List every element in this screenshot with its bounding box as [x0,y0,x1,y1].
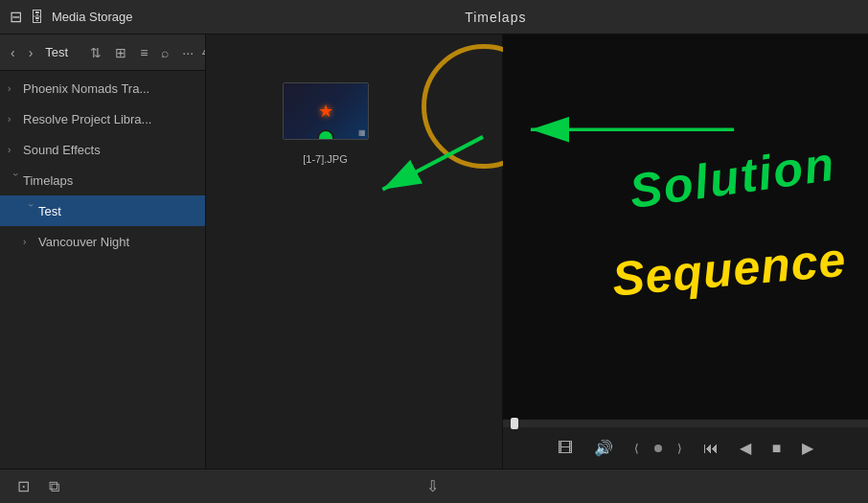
media-badge [317,129,334,140]
grid-button[interactable]: ⊞ [110,41,131,64]
forward-button[interactable]: › [24,41,38,64]
sidebar-item-label: Timelaps [23,173,197,188]
chevron-icon: › [23,237,38,247]
media-area: ▦ [1-7].JPG [206,34,503,469]
svg-text:Solution: Solution [627,137,839,219]
storage-icon: 🗄 [30,9,44,25]
sidebar-item-label: Vancouver Night [38,235,197,249]
back-button[interactable]: ‹ [6,41,20,64]
copy-button[interactable]: ⧉ [43,475,65,498]
chevron-icon: › [8,83,23,94]
media-thumbnail: ▦ [283,82,369,140]
svg-line-1 [382,137,483,190]
storage-label: Media Storage [52,10,133,24]
film-strip-button[interactable]: 🎞 [552,436,579,461]
sidebar-item-label: Test [38,204,197,218]
sidebar-item-sound-effects[interactable]: › Sound Effects [0,134,205,165]
content-area: ▦ [1-7].JPG [206,34,868,469]
sidebar-item-label: Sound Effects [23,143,197,157]
chevron-icon: › [26,203,36,218]
sidebar-item-resolve[interactable]: › Resolve Project Libra... [0,103,205,134]
more-button[interactable]: ··· [177,41,198,64]
annotation-layer: Solution Sequence [503,34,868,419]
media-thumb-corner-icon: ▦ [358,128,366,137]
bottom-left: ⊡ ⧉ [11,474,65,498]
bottom-bar: ⊡ ⧉ ⇩ [0,469,868,503]
skip-to-start-button[interactable]: ⏮ [697,436,724,461]
sidebar-item-test[interactable]: › Test [0,195,205,226]
sidebar-item-label: Resolve Project Libra... [23,112,197,126]
menu-icon[interactable]: ⊟ [10,8,22,26]
media-filename: [1-7].JPG [303,153,347,165]
tab-name: Test [41,45,72,59]
top-bar: ⊟ 🗄 Media Storage Timelaps [0,0,868,34]
progress-bar[interactable] [503,420,868,427]
list-button[interactable]: ≡ [135,41,152,64]
chevron-icon: › [8,145,23,155]
sort-button[interactable]: ⇅ [85,41,106,64]
sidebar-toolbar: ‹ › Test ⇅ ⊞ ≡ ⌕ ··· 49% ▾ [0,34,205,71]
main-layout: ‹ › Test ⇅ ⊞ ≡ ⌕ ··· 49% ▾ › Phoenix Nom… [0,34,868,469]
bottom-center: ⇩ [421,474,445,498]
stop-button[interactable]: ■ [766,436,788,461]
search-button[interactable]: ⌕ [156,41,173,64]
svg-text:Sequence: Sequence [610,233,849,307]
preview-canvas: Solution Sequence [503,34,868,419]
preview-area: Solution Sequence 🎞 🔊 ⟨ ⟩ ⏮ ◀ [503,34,868,469]
sidebar-item-vancouver[interactable]: › Vancouver Night [0,226,205,257]
layout-button[interactable]: ⊡ [11,474,35,498]
playhead-dot [654,445,662,452]
sidebar-tree: › Phoenix Nomads Tra... › Resolve Projec… [0,71,205,469]
sidebar-item-timelaps[interactable]: › Timelaps [0,165,205,195]
media-item[interactable]: ▦ [1-7].JPG [283,82,369,165]
controls-row: 🎞 🔊 ⟨ ⟩ ⏮ ◀ ■ ▶ [503,427,868,469]
player-controls: 🎞 🔊 ⟨ ⟩ ⏮ ◀ ■ ▶ [503,419,868,469]
rewind-button[interactable]: ◀ [734,435,757,461]
prev-frame-button[interactable]: ⟨ [628,438,645,459]
sidebar-item-label: Phoenix Nomads Tra... [23,81,197,96]
volume-button[interactable]: 🔊 [588,435,619,461]
sidebar: ‹ › Test ⇅ ⊞ ≡ ⌕ ··· 49% ▾ › Phoenix Nom… [0,34,206,469]
sidebar-item-phoenix[interactable]: › Phoenix Nomads Tra... [0,73,205,103]
chevron-icon: › [11,172,21,188]
send-to-button[interactable]: ⇩ [421,474,445,498]
chevron-icon: › [8,114,23,125]
play-button[interactable]: ▶ [796,435,819,461]
next-frame-button[interactable]: ⟩ [672,438,688,459]
center-title: Timelaps [133,10,858,25]
progress-thumb[interactable] [511,418,518,429]
